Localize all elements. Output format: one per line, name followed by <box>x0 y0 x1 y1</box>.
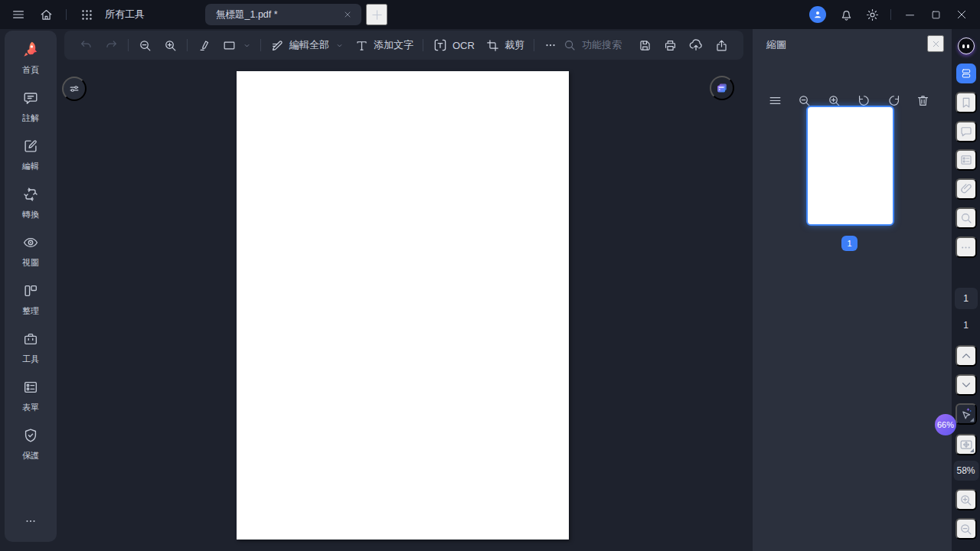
apps-grid-icon <box>80 8 93 21</box>
bell-icon <box>839 8 854 22</box>
more-tools-button[interactable] <box>538 34 563 57</box>
toolbar-divider <box>260 39 261 51</box>
maximize-icon <box>930 9 942 21</box>
fields-panel-button[interactable] <box>956 149 977 171</box>
sliders-icon <box>67 82 81 96</box>
zoom-in-button[interactable] <box>158 34 183 57</box>
sidebar-item-home[interactable]: 首頁 <box>5 40 57 76</box>
close-icon <box>956 8 968 21</box>
share-button[interactable] <box>709 34 734 57</box>
zoom-in-icon <box>959 493 973 507</box>
sidebar-item-view[interactable]: 視圖 <box>5 233 57 269</box>
crop-icon <box>485 38 500 53</box>
main-menu-button[interactable] <box>6 4 31 25</box>
ai-bot-button[interactable] <box>958 37 975 54</box>
tab-title: 無標題_1.pdf * <box>216 8 340 21</box>
page-zoom-out-button[interactable] <box>956 518 977 540</box>
search-icon <box>959 211 973 225</box>
edit-all-button[interactable]: 編輯全部 <box>265 34 349 57</box>
thumbnails-icon <box>956 64 976 83</box>
ocr-button[interactable]: OCR <box>427 34 480 57</box>
person-icon <box>812 9 823 20</box>
more-panels-button[interactable] <box>956 236 977 258</box>
ai-select-tool-button[interactable] <box>956 403 977 425</box>
search-panel-button[interactable] <box>956 207 977 229</box>
ai-assistant-button[interactable] <box>710 76 734 100</box>
sidebar-item-label: 表單 <box>22 402 39 413</box>
paperclip-icon <box>959 182 973 196</box>
next-page-button[interactable] <box>956 374 977 396</box>
previous-page-button[interactable] <box>956 345 977 367</box>
all-tools-label[interactable]: 所有工具 <box>105 8 145 21</box>
thumbnail-panel-toggle-active[interactable] <box>956 64 976 83</box>
maximize-button[interactable] <box>923 4 948 25</box>
pdf-page[interactable] <box>237 71 569 540</box>
zoom-out-icon <box>138 38 152 53</box>
titlebar-divider <box>890 9 891 20</box>
sidebar-item-convert[interactable]: 轉換 <box>5 184 57 220</box>
feature-search[interactable]: 功能搜索 <box>563 38 622 52</box>
home-button[interactable] <box>34 4 58 25</box>
document-tab[interactable]: 無標題_1.pdf * <box>205 4 361 25</box>
sidebar-item-label: 工具 <box>22 354 39 365</box>
attachments-panel-button[interactable] <box>956 178 977 200</box>
add-text-button[interactable]: 添加文字 <box>349 34 419 57</box>
view-options-button[interactable] <box>62 77 87 101</box>
redo-button[interactable] <box>99 34 124 57</box>
comment-icon <box>959 125 973 139</box>
current-page-input[interactable]: 1 <box>955 288 978 309</box>
printer-icon <box>663 38 678 53</box>
more-icon <box>24 514 38 528</box>
sidebar-item-edit[interactable]: 編輯 <box>5 136 57 172</box>
sidebar-item-tools[interactable]: 工具 <box>5 329 57 365</box>
zoom-out-button[interactable] <box>132 34 158 57</box>
save-button[interactable] <box>632 34 658 57</box>
cloud-upload-button[interactable] <box>683 34 709 57</box>
redo-icon <box>104 38 119 53</box>
add-text-label: 添加文字 <box>374 38 413 52</box>
submenu-corner <box>970 448 974 452</box>
new-tab-button[interactable] <box>366 4 387 25</box>
thumbnail-menu-button[interactable] <box>765 90 785 110</box>
all-tools-grid-button[interactable] <box>74 4 99 25</box>
save-icon <box>638 38 652 53</box>
pan-tool-button[interactable] <box>956 434 977 455</box>
sidebar-item-forms[interactable]: 表單 <box>5 377 57 413</box>
tab-close-button[interactable] <box>340 7 355 22</box>
minimize-button[interactable] <box>897 4 922 25</box>
thumbnail-panel: 縮圖 1 <box>753 29 952 551</box>
sidebar-item-comment[interactable]: 註解 <box>5 88 57 124</box>
sidebar-item-organize[interactable]: 整理 <box>5 281 57 317</box>
sidebar-item-protect[interactable]: 保護 <box>5 425 57 461</box>
page-zoom-in-button[interactable] <box>956 489 977 510</box>
highlighter-button[interactable] <box>191 34 217 57</box>
page-thumbnail[interactable] <box>806 106 894 226</box>
main-toolbar: 編輯全部 添加文字 OCR 裁剪 功能搜索 <box>64 31 743 60</box>
close-window-button[interactable] <box>949 4 974 25</box>
user-avatar[interactable] <box>809 6 826 23</box>
form-icon <box>22 377 39 397</box>
sidebar-more-button[interactable] <box>24 514 38 528</box>
delete-page-button[interactable] <box>913 90 933 110</box>
toolbox-icon <box>22 329 39 349</box>
print-button[interactable] <box>658 34 683 57</box>
sidebar-item-label: 保護 <box>22 450 39 461</box>
zoom-level-value[interactable]: 58% <box>953 461 978 481</box>
chevron-down-icon <box>335 41 344 50</box>
sidebar-item-label: 整理 <box>22 305 39 317</box>
sidebar-item-label: 視圖 <box>22 257 39 269</box>
settings-button[interactable] <box>860 4 884 25</box>
thumbnail-panel-title: 縮圖 <box>766 38 786 52</box>
shape-tool-button[interactable] <box>217 34 256 57</box>
crop-button[interactable]: 裁剪 <box>480 34 530 57</box>
thumbnail-panel-close-button[interactable] <box>927 35 944 52</box>
organize-icon <box>22 281 39 301</box>
undo-button[interactable] <box>74 34 99 57</box>
page-thumbnail-badge[interactable]: 1 <box>841 236 858 251</box>
comment-icon <box>22 88 39 108</box>
bookmark-icon <box>959 96 973 109</box>
bookmarks-panel-button[interactable] <box>956 92 977 113</box>
comments-panel-button[interactable] <box>956 121 977 142</box>
notifications-button[interactable] <box>834 4 858 25</box>
pointer-zoom-badge[interactable]: 66% <box>935 414 956 435</box>
